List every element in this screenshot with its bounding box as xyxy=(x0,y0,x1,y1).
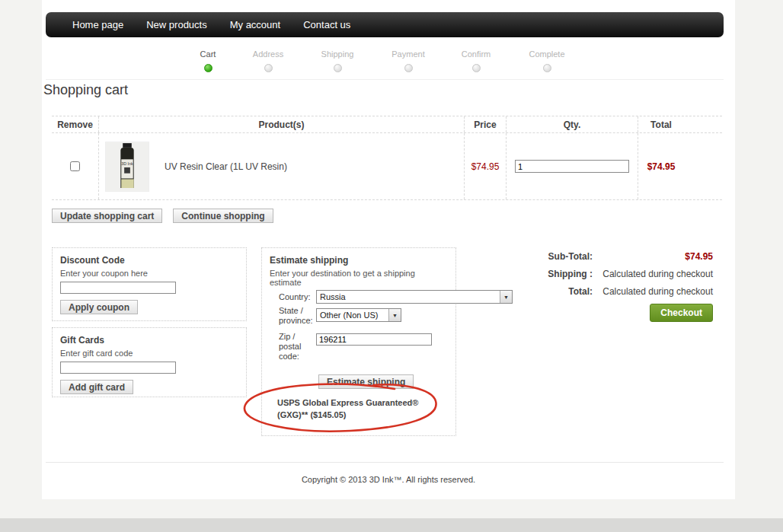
estimate-shipping-title: Estimate shipping xyxy=(270,255,448,266)
row-total: $74.95 xyxy=(638,133,722,199)
subtotal-value: $74.95 xyxy=(593,251,713,262)
progress-step-dot xyxy=(543,64,551,72)
column-header-product: Product(s) xyxy=(99,116,465,132)
product-image-label: 3D Ink xyxy=(121,161,133,166)
country-select[interactable]: Russia ▼ xyxy=(316,290,513,304)
shipping-value: Calculated during checkout xyxy=(593,269,713,279)
column-header-qty: Qty. xyxy=(507,116,638,132)
progress-step-shipping: Shipping xyxy=(303,49,372,72)
nav-item-contact-us[interactable]: Contact us xyxy=(303,19,350,30)
gift-cards-box: Gift Cards Enter gift card code Add gift… xyxy=(52,327,247,397)
progress-step-dot xyxy=(472,64,481,72)
gift-cards-title: Gift Cards xyxy=(60,335,238,346)
total-value: Calculated during checkout xyxy=(593,286,713,297)
coupon-code-input[interactable] xyxy=(60,282,176,294)
progress-step-label: Complete xyxy=(513,49,581,59)
progress-step-label: Payment xyxy=(374,49,443,59)
state-province-select[interactable]: Other (Non US) ▼ xyxy=(316,308,401,322)
discount-code-box: Discount Code Enter your coupon here App… xyxy=(52,247,247,321)
progress-step-payment: Payment xyxy=(374,49,443,72)
discount-hint: Enter your coupon here xyxy=(60,269,238,278)
progress-step-dot-active xyxy=(204,64,213,72)
chevron-down-icon: ▼ xyxy=(500,291,512,303)
discount-title: Discount Code xyxy=(60,255,238,266)
footer-copyright: Copyright © 2013 3D Ink™. All rights res… xyxy=(42,475,735,484)
total-row: Total: Calculated during checkout xyxy=(526,286,713,297)
progress-step-dot xyxy=(404,64,413,72)
column-header-price: Price xyxy=(465,116,507,132)
shipping-estimate-result: USPS Global Express Guaranteed® (GXG)** … xyxy=(277,397,418,421)
product-price: $74.95 xyxy=(465,133,507,199)
remove-checkbox[interactable] xyxy=(70,161,80,171)
page-title: Shopping cart xyxy=(43,82,128,98)
progress-step-confirm: Confirm xyxy=(442,49,510,72)
main-nav: Home page New products My account Contac… xyxy=(46,12,724,37)
cart-row: 3D Ink UV Resin Clear (1L UV Resin) $74.… xyxy=(52,133,722,199)
progress-step-cart: Cart xyxy=(174,49,242,72)
continue-shopping-button[interactable]: Continue shopping xyxy=(173,209,273,223)
column-header-remove: Remove xyxy=(52,116,99,132)
progress-divider xyxy=(46,79,724,80)
country-label: Country: xyxy=(279,292,311,302)
progress-step-label: Cart xyxy=(174,49,242,59)
state-province-label: State / province: xyxy=(279,306,318,326)
nav-item-my-account[interactable]: My account xyxy=(230,19,280,30)
shipping-label: Shipping : xyxy=(526,269,593,279)
update-cart-button[interactable]: Update shopping cart xyxy=(52,209,162,223)
progress-step-dot xyxy=(264,64,273,72)
quantity-input[interactable] xyxy=(515,160,629,173)
product-bottle-illustration: 3D Ink xyxy=(106,142,149,191)
nav-item-new-products[interactable]: New products xyxy=(146,19,206,30)
total-label: Total: xyxy=(526,286,593,297)
add-gift-card-button[interactable]: Add gift card xyxy=(60,380,133,394)
product-name-link[interactable]: UV Resin Clear (1L UV Resin) xyxy=(165,161,287,172)
estimate-shipping-button[interactable]: Estimate shipping xyxy=(318,374,414,389)
progress-step-label: Confirm xyxy=(442,49,510,59)
shipping-result-line1: USPS Global Express Guaranteed® xyxy=(277,397,418,409)
product-image[interactable]: 3D Ink xyxy=(105,142,149,192)
zip-postal-label: Zip / postal code: xyxy=(279,332,309,362)
checkout-button[interactable]: Checkout xyxy=(650,304,713,322)
progress-step-complete: Complete xyxy=(513,49,581,72)
state-select-value: Other (Non US) xyxy=(317,311,388,320)
cart-table-header: Remove Product(s) Price Qty. Total xyxy=(52,116,722,133)
shipping-row: Shipping : Calculated during checkout xyxy=(526,269,713,279)
progress-step-label: Address xyxy=(234,49,302,59)
progress-step-dot xyxy=(334,64,342,72)
progress-step-address: Address xyxy=(234,49,302,72)
estimate-shipping-box: Estimate shipping Enter your destination… xyxy=(261,247,456,436)
cart-buttons: Update shopping cart Continue shopping xyxy=(52,209,273,223)
gift-cards-hint: Enter gift card code xyxy=(60,349,238,358)
shipping-result-line2: (GXG)** ($145.05) xyxy=(277,409,418,421)
country-select-value: Russia xyxy=(317,292,500,301)
nav-item-home-page[interactable]: Home page xyxy=(72,19,123,30)
bottom-strip xyxy=(0,518,783,532)
apply-coupon-button[interactable]: Apply coupon xyxy=(60,300,138,314)
progress-step-label: Shipping xyxy=(303,49,372,59)
zip-postal-input[interactable] xyxy=(316,333,432,346)
subtotal-label: Sub-Total: xyxy=(526,251,593,262)
estimate-shipping-hint: Enter your destination to get a shipping… xyxy=(270,269,448,287)
order-totals: Sub-Total: $74.95 Shipping : Calculated … xyxy=(526,251,713,322)
subtotal-row: Sub-Total: $74.95 xyxy=(526,251,713,262)
cart-table: Remove Product(s) Price Qty. Total 3D In… xyxy=(52,116,722,200)
gift-card-code-input[interactable] xyxy=(60,362,176,374)
shopping-cart-page: Home page New products My account Contac… xyxy=(0,0,783,532)
column-header-total: Total xyxy=(638,116,722,132)
footer-divider xyxy=(46,462,724,463)
chevron-down-icon: ▼ xyxy=(388,309,401,321)
